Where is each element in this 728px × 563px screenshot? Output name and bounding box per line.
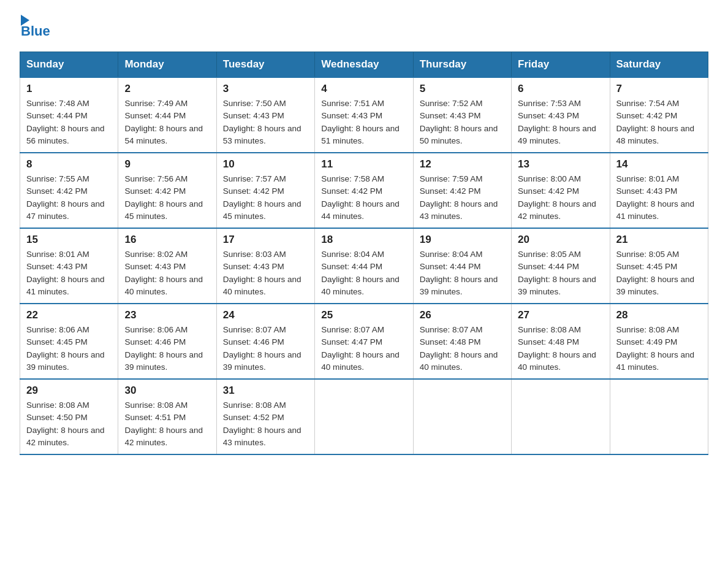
day-number: 2	[124, 83, 210, 95]
day-number: 25	[321, 309, 406, 321]
calendar-cell: 7Sunrise: 7:54 AMSunset: 4:42 PMDaylight…	[610, 77, 708, 153]
day-info: Sunrise: 8:03 AMSunset: 4:43 PMDaylight:…	[223, 248, 308, 298]
calendar-cell: 12Sunrise: 7:59 AMSunset: 4:42 PMDayligh…	[413, 153, 511, 228]
calendar-week-row: 1Sunrise: 7:48 AMSunset: 4:44 PMDaylight…	[20, 77, 708, 153]
calendar-cell: 27Sunrise: 8:08 AMSunset: 4:48 PMDayligh…	[512, 304, 610, 379]
day-number: 11	[321, 158, 406, 170]
calendar-cell	[610, 379, 708, 454]
day-number: 3	[223, 83, 308, 95]
weekday-header-friday: Friday	[512, 52, 610, 78]
day-info: Sunrise: 8:02 AMSunset: 4:43 PMDaylight:…	[124, 248, 210, 298]
day-number: 20	[518, 234, 603, 246]
calendar-cell: 14Sunrise: 8:01 AMSunset: 4:43 PMDayligh…	[610, 153, 708, 228]
calendar-cell: 28Sunrise: 8:08 AMSunset: 4:49 PMDayligh…	[610, 304, 708, 379]
calendar-cell: 8Sunrise: 7:55 AMSunset: 4:42 PMDaylight…	[20, 153, 118, 228]
day-info: Sunrise: 8:08 AMSunset: 4:49 PMDaylight:…	[616, 324, 702, 373]
day-info: Sunrise: 8:08 AMSunset: 4:50 PMDaylight:…	[26, 399, 112, 449]
day-info: Sunrise: 7:48 AMSunset: 4:44 PMDaylight:…	[26, 98, 112, 147]
day-info: Sunrise: 7:57 AMSunset: 4:42 PMDaylight:…	[223, 173, 308, 223]
day-number: 15	[26, 234, 112, 246]
day-info: Sunrise: 8:05 AMSunset: 4:44 PMDaylight:…	[518, 248, 603, 298]
weekday-header-tuesday: Tuesday	[216, 52, 314, 78]
day-info: Sunrise: 8:06 AMSunset: 4:46 PMDaylight:…	[124, 324, 210, 373]
day-number: 21	[616, 234, 702, 246]
day-info: Sunrise: 7:59 AMSunset: 4:42 PMDaylight:…	[420, 173, 505, 223]
day-number: 14	[616, 158, 702, 170]
day-info: Sunrise: 8:04 AMSunset: 4:44 PMDaylight:…	[321, 248, 406, 298]
day-info: Sunrise: 7:55 AMSunset: 4:42 PMDaylight:…	[26, 173, 112, 223]
day-info: Sunrise: 8:01 AMSunset: 4:43 PMDaylight:…	[616, 173, 702, 223]
calendar-cell: 30Sunrise: 8:08 AMSunset: 4:51 PMDayligh…	[118, 379, 216, 454]
day-number: 31	[223, 385, 308, 397]
day-number: 23	[124, 309, 210, 321]
day-number: 6	[518, 83, 603, 95]
calendar-cell: 4Sunrise: 7:51 AMSunset: 4:43 PMDaylight…	[315, 77, 413, 153]
calendar-cell: 24Sunrise: 8:07 AMSunset: 4:46 PMDayligh…	[216, 304, 314, 379]
day-info: Sunrise: 8:08 AMSunset: 4:48 PMDaylight:…	[518, 324, 603, 373]
calendar-cell	[512, 379, 610, 454]
day-info: Sunrise: 7:49 AMSunset: 4:44 PMDaylight:…	[124, 98, 210, 147]
calendar-cell: 3Sunrise: 7:50 AMSunset: 4:43 PMDaylight…	[216, 77, 314, 153]
calendar-cell: 2Sunrise: 7:49 AMSunset: 4:44 PMDaylight…	[118, 77, 216, 153]
day-number: 19	[420, 234, 505, 246]
day-info: Sunrise: 7:53 AMSunset: 4:43 PMDaylight:…	[518, 98, 603, 147]
calendar-cell: 13Sunrise: 8:00 AMSunset: 4:42 PMDayligh…	[512, 153, 610, 228]
calendar-cell: 29Sunrise: 8:08 AMSunset: 4:50 PMDayligh…	[20, 379, 118, 454]
calendar-cell: 9Sunrise: 7:56 AMSunset: 4:42 PMDaylight…	[118, 153, 216, 228]
day-number: 29	[26, 385, 112, 397]
calendar-cell: 16Sunrise: 8:02 AMSunset: 4:43 PMDayligh…	[118, 228, 216, 304]
day-info: Sunrise: 8:08 AMSunset: 4:52 PMDaylight:…	[223, 399, 308, 449]
day-info: Sunrise: 8:01 AMSunset: 4:43 PMDaylight:…	[26, 248, 112, 298]
day-number: 9	[124, 158, 210, 170]
calendar-cell: 17Sunrise: 8:03 AMSunset: 4:43 PMDayligh…	[216, 228, 314, 304]
day-info: Sunrise: 7:51 AMSunset: 4:43 PMDaylight:…	[321, 98, 406, 147]
day-number: 17	[223, 234, 308, 246]
day-number: 24	[223, 309, 308, 321]
day-info: Sunrise: 8:07 AMSunset: 4:46 PMDaylight:…	[223, 324, 308, 373]
day-number: 16	[124, 234, 210, 246]
day-number: 7	[616, 83, 702, 95]
calendar-cell	[315, 379, 413, 454]
day-info: Sunrise: 8:05 AMSunset: 4:45 PMDaylight:…	[616, 248, 702, 298]
day-number: 5	[420, 83, 505, 95]
page-header: Blue	[20, 15, 708, 39]
calendar-cell: 11Sunrise: 7:58 AMSunset: 4:42 PMDayligh…	[315, 153, 413, 228]
weekday-header-wednesday: Wednesday	[315, 52, 413, 78]
calendar-table: SundayMondayTuesdayWednesdayThursdayFrid…	[20, 52, 708, 455]
day-info: Sunrise: 8:06 AMSunset: 4:45 PMDaylight:…	[26, 324, 112, 373]
calendar-week-row: 22Sunrise: 8:06 AMSunset: 4:45 PMDayligh…	[20, 304, 708, 379]
day-number: 1	[26, 83, 112, 95]
day-info: Sunrise: 7:54 AMSunset: 4:42 PMDaylight:…	[616, 98, 702, 147]
weekday-header-sunday: Sunday	[20, 52, 118, 78]
day-number: 8	[26, 158, 112, 170]
day-number: 26	[420, 309, 505, 321]
logo: Blue	[20, 15, 50, 39]
day-info: Sunrise: 8:07 AMSunset: 4:47 PMDaylight:…	[321, 324, 406, 373]
day-info: Sunrise: 7:50 AMSunset: 4:43 PMDaylight:…	[223, 98, 308, 147]
calendar-cell: 25Sunrise: 8:07 AMSunset: 4:47 PMDayligh…	[315, 304, 413, 379]
day-number: 30	[124, 385, 210, 397]
calendar-cell: 5Sunrise: 7:52 AMSunset: 4:43 PMDaylight…	[413, 77, 511, 153]
logo-subtitle: Blue	[21, 23, 50, 39]
day-number: 18	[321, 234, 406, 246]
calendar-cell: 31Sunrise: 8:08 AMSunset: 4:52 PMDayligh…	[216, 379, 314, 454]
calendar-cell: 6Sunrise: 7:53 AMSunset: 4:43 PMDaylight…	[512, 77, 610, 153]
weekday-header-row: SundayMondayTuesdayWednesdayThursdayFrid…	[20, 52, 708, 78]
weekday-header-thursday: Thursday	[413, 52, 511, 78]
calendar-cell: 19Sunrise: 8:04 AMSunset: 4:44 PMDayligh…	[413, 228, 511, 304]
day-info: Sunrise: 8:07 AMSunset: 4:48 PMDaylight:…	[420, 324, 505, 373]
calendar-cell: 1Sunrise: 7:48 AMSunset: 4:44 PMDaylight…	[20, 77, 118, 153]
calendar-cell: 22Sunrise: 8:06 AMSunset: 4:45 PMDayligh…	[20, 304, 118, 379]
day-number: 13	[518, 158, 603, 170]
calendar-cell: 23Sunrise: 8:06 AMSunset: 4:46 PMDayligh…	[118, 304, 216, 379]
day-info: Sunrise: 8:08 AMSunset: 4:51 PMDaylight:…	[124, 399, 210, 449]
calendar-week-row: 29Sunrise: 8:08 AMSunset: 4:50 PMDayligh…	[20, 379, 708, 454]
day-number: 22	[26, 309, 112, 321]
day-number: 28	[616, 309, 702, 321]
day-number: 4	[321, 83, 406, 95]
calendar-cell	[413, 379, 511, 454]
day-info: Sunrise: 7:56 AMSunset: 4:42 PMDaylight:…	[124, 173, 210, 223]
calendar-cell: 10Sunrise: 7:57 AMSunset: 4:42 PMDayligh…	[216, 153, 314, 228]
day-info: Sunrise: 8:00 AMSunset: 4:42 PMDaylight:…	[518, 173, 603, 223]
weekday-header-saturday: Saturday	[610, 52, 708, 78]
